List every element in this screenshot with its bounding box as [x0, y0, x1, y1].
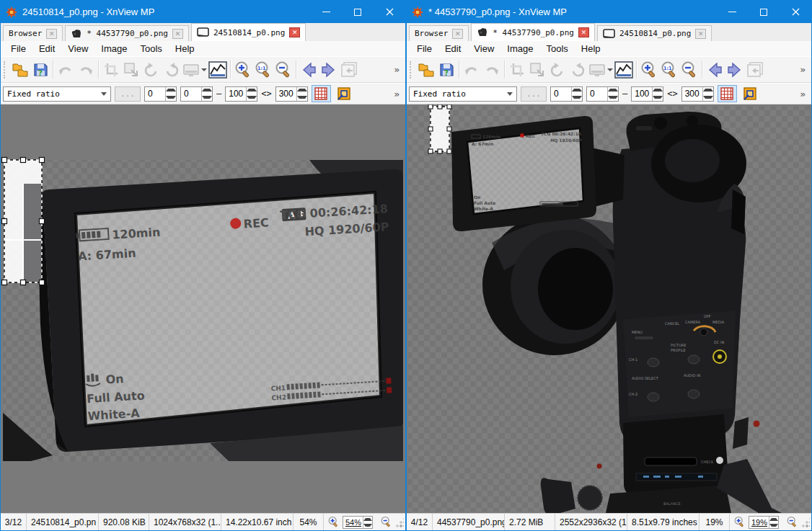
close-button[interactable] — [374, 1, 405, 23]
resize-button[interactable] — [527, 60, 547, 80]
previous-image-button[interactable] — [705, 60, 725, 80]
previous-image-button[interactable] — [299, 60, 319, 80]
ratio-mode-select[interactable]: Fixed ratio — [409, 86, 517, 102]
tab-browser[interactable]: Browser ✕ — [3, 25, 63, 41]
toolbar-drag-handle[interactable] — [4, 61, 7, 79]
rotate-right-button[interactable] — [162, 60, 182, 80]
zoom-out-button[interactable] — [273, 60, 294, 80]
selection-x-stepper[interactable]: 0 — [144, 86, 177, 102]
tab-image-44537790[interactable]: * 44537790_p0.png ✕ — [471, 23, 595, 41]
ratio-more-button[interactable]: ... — [115, 86, 141, 102]
menu-view[interactable]: View — [467, 43, 500, 55]
selection-width-stepper[interactable]: 100 — [225, 86, 257, 102]
toolbar-overflow-button[interactable]: » — [390, 64, 403, 75]
zoom-out-icon[interactable] — [786, 516, 798, 528]
resize-button[interactable] — [121, 60, 141, 80]
zoom-out-icon[interactable] — [380, 516, 392, 528]
rotate-left-button[interactable] — [547, 60, 568, 80]
undo-button[interactable] — [462, 60, 482, 80]
zoom-actual-button[interactable]: 1:1 — [659, 60, 679, 80]
ratio-mode-select[interactable]: Fixed ratio — [3, 86, 111, 102]
next-image-button[interactable] — [319, 60, 339, 80]
redo-button[interactable] — [76, 60, 96, 80]
redo-button[interactable] — [482, 60, 502, 80]
display-mode-button[interactable] — [182, 60, 208, 80]
zoom-out-button[interactable] — [679, 60, 700, 80]
grid-toggle-button[interactable] — [312, 85, 331, 102]
histogram-button[interactable] — [614, 60, 634, 80]
tab-close-icon[interactable]: ✕ — [695, 29, 706, 39]
menu-edit[interactable]: Edit — [438, 43, 467, 55]
save-button[interactable]: ? — [436, 60, 456, 80]
image-canvas-left[interactable]: 120min A: 67min REC A TCG 00:26:42:18 HQ… — [1, 104, 405, 513]
tab-close-icon[interactable]: ✕ — [46, 29, 57, 39]
minimize-button[interactable] — [310, 1, 342, 23]
back-to-browser-button[interactable] — [745, 60, 765, 80]
save-button[interactable]: ? — [30, 60, 50, 80]
resize-grip[interactable] — [802, 517, 810, 527]
selection-marquee[interactable] — [2, 158, 45, 285]
maximize-button[interactable] — [748, 1, 780, 23]
tab-close-icon[interactable]: ✕ — [578, 27, 589, 37]
menu-help[interactable]: Help — [575, 43, 607, 55]
zoom-in-button[interactable] — [233, 60, 253, 80]
rotate-right-button[interactable] — [568, 60, 588, 80]
tab-close-icon[interactable]: ✕ — [289, 27, 300, 37]
minimize-button[interactable] — [716, 1, 748, 23]
selection-marquee[interactable] — [428, 104, 451, 153]
resize-grip[interactable] — [396, 517, 404, 527]
selection-height-stepper[interactable]: 300 — [681, 86, 714, 102]
maximize-button[interactable] — [342, 1, 374, 23]
image-canvas-right[interactable]: 120min A: 67min REC TCG 00:26:42:18 HQ 1… — [407, 104, 811, 513]
selection-width-stepper[interactable]: 100 — [631, 86, 663, 102]
rotate-left-button[interactable] — [141, 60, 162, 80]
menu-file[interactable]: File — [4, 43, 32, 55]
menu-file[interactable]: File — [410, 43, 438, 55]
zoom-in-icon[interactable] — [327, 516, 340, 528]
browser-button[interactable] — [10, 60, 30, 80]
close-icon — [792, 8, 800, 16]
close-button[interactable] — [780, 1, 811, 23]
menu-tools[interactable]: Tools — [539, 43, 574, 55]
selection-height-stepper[interactable]: 300 — [275, 86, 308, 102]
selection-y-stepper[interactable]: 0 — [586, 86, 619, 102]
tab-browser[interactable]: Browser ✕ — [409, 25, 469, 41]
toolbar-overflow-button[interactable]: » — [390, 89, 403, 99]
crop-to-selection-button[interactable] — [335, 85, 354, 102]
crop-to-selection-button[interactable] — [741, 85, 760, 102]
zoom-level-stepper[interactable]: 19% — [749, 516, 779, 529]
menu-image[interactable]: Image — [500, 43, 539, 55]
next-image-button[interactable] — [725, 60, 745, 80]
browser-button[interactable] — [416, 60, 436, 80]
histogram-button[interactable] — [208, 60, 228, 80]
menu-help[interactable]: Help — [169, 43, 201, 55]
panel-label-profile: PROFILE — [671, 348, 686, 352]
tab-close-icon[interactable]: ✕ — [452, 29, 463, 39]
display-mode-button[interactable] — [588, 60, 614, 80]
crop-button[interactable] — [507, 60, 527, 80]
zoom-actual-button[interactable]: 1:1 — [253, 60, 273, 80]
zoom-level-stepper[interactable]: 54% — [343, 516, 373, 529]
tab-image-44537790[interactable]: * 44537790_p0.png ✕ — [65, 25, 189, 41]
menu-view[interactable]: View — [61, 43, 94, 55]
crop-button[interactable] — [101, 60, 121, 80]
toolbar-drag-handle[interactable] — [410, 61, 413, 79]
toolbar-overflow-button[interactable]: » — [796, 89, 809, 99]
ratio-more-button[interactable]: ... — [521, 86, 547, 102]
menu-edit[interactable]: Edit — [32, 43, 61, 55]
zoom-in-button[interactable] — [639, 60, 659, 80]
tab-image-24510814[interactable]: 24510814_p0.png ✕ — [597, 25, 712, 41]
menu-tools[interactable]: Tools — [133, 43, 168, 55]
selection-y-stepper[interactable]: 0 — [180, 86, 213, 102]
tab-image-24510814[interactable]: 24510814_p0.png ✕ — [191, 23, 306, 41]
selection-x-stepper[interactable]: 0 — [550, 86, 583, 102]
svg-text:?: ? — [444, 69, 449, 77]
tab-close-icon[interactable]: ✕ — [172, 29, 183, 39]
undo-button[interactable] — [56, 60, 76, 80]
menu-image[interactable]: Image — [94, 43, 133, 55]
status-filesize: 920.08 KiB — [99, 514, 149, 530]
grid-toggle-button[interactable] — [718, 85, 737, 102]
zoom-in-icon[interactable] — [733, 516, 746, 528]
back-to-browser-button[interactable] — [339, 60, 359, 80]
toolbar-overflow-button[interactable]: » — [796, 64, 809, 75]
